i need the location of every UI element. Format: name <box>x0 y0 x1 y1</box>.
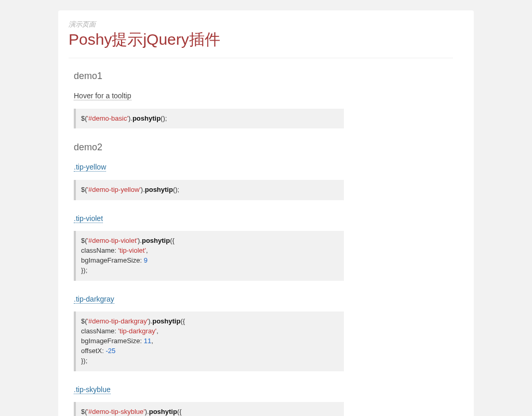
code-selector: '#demo-tip-skyblue' <box>87 408 145 415</box>
code-tip-skyblue: $('#demo-tip-skyblue').poshytip({ classN… <box>74 402 344 416</box>
page-subtitle: 演示页面 <box>69 20 453 29</box>
page-card: 演示页面 Poshy提示jQuery插件 demo1 Hover for a t… <box>58 10 474 416</box>
code-fn: poshytip <box>145 186 173 193</box>
demo1-heading: demo1 <box>74 71 453 82</box>
code-selector: '#demo-basic' <box>87 114 128 122</box>
code-fn: poshytip <box>149 408 177 415</box>
page-title: Poshy提示jQuery插件 <box>69 29 453 50</box>
header-divider <box>69 58 453 58</box>
trigger-tip-yellow[interactable]: .tip-yellow <box>74 163 106 172</box>
code-fn: poshytip <box>142 237 170 244</box>
code-tip-yellow: $('#demo-tip-yellow').poshytip(); <box>74 180 344 200</box>
code-framesize: 11 <box>144 337 151 345</box>
code-offsetx: -25 <box>105 347 115 355</box>
code-classname: 'tip-violet' <box>118 246 146 254</box>
code-selector: '#demo-tip-yellow' <box>87 186 141 193</box>
code-selector: '#demo-tip-darkgray' <box>87 317 149 325</box>
code-framesize: 9 <box>144 256 148 264</box>
code-classname: 'tip-darkgray' <box>118 327 157 335</box>
trigger-tip-skyblue[interactable]: .tip-skyblue <box>74 385 111 394</box>
demo1-section: demo1 Hover for a tooltip $('#demo-basic… <box>74 71 453 416</box>
trigger-tip-violet[interactable]: .tip-violet <box>74 214 103 223</box>
demo2-heading: demo2 <box>74 142 453 153</box>
trigger-tip-darkgray[interactable]: .tip-darkgray <box>74 295 114 304</box>
code-tip-darkgray: $('#demo-tip-darkgray').poshytip({ class… <box>74 311 344 371</box>
code-selector: '#demo-tip-violet' <box>87 237 138 244</box>
code-fn: poshytip <box>152 317 180 325</box>
code-tip-violet: $('#demo-tip-violet').poshytip({ classNa… <box>74 231 344 280</box>
demo1-trigger[interactable]: Hover for a tooltip <box>74 92 131 100</box>
code-fn: poshytip <box>132 114 161 122</box>
demo1-code: $('#demo-basic').poshytip(); <box>74 109 344 129</box>
